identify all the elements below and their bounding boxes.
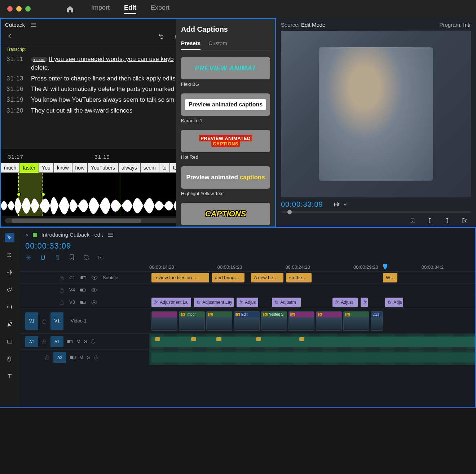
subtitle-clip[interactable]: review the files on … — [151, 273, 209, 282]
razor-tool[interactable] — [5, 285, 14, 294]
pen-tool[interactable] — [5, 320, 14, 329]
maximize-window-button[interactable] — [25, 6, 31, 12]
tab-edit[interactable]: Edit — [124, 4, 136, 14]
word-cell[interactable]: to — [159, 163, 170, 173]
video-clip[interactable]: fx — [288, 311, 314, 331]
subtitle-clip[interactable]: W… — [383, 273, 397, 282]
subtitle-clip[interactable]: and bring… — [212, 273, 244, 282]
adjustment-clip[interactable]: fxAdjustm — [272, 298, 301, 307]
word-cell[interactable]: YouTubers — [88, 163, 118, 173]
mic-icon[interactable] — [91, 339, 95, 344]
video-clip[interactable]: fx — [206, 311, 232, 331]
zoom-fit-select[interactable]: Fit — [334, 202, 348, 207]
solo-label[interactable]: S — [87, 355, 90, 360]
rectangle-tool[interactable] — [5, 337, 14, 346]
ripple-edit-tool[interactable] — [5, 268, 14, 277]
eye-icon[interactable] — [91, 300, 97, 304]
subtitle-clip[interactable]: so the… — [286, 273, 312, 282]
tab-export[interactable]: Export — [151, 4, 169, 14]
undo-icon[interactable] — [158, 33, 164, 39]
sequence-tab[interactable]: × Introducing Cutback - edit — [19, 228, 475, 241]
eye-icon[interactable] — [91, 288, 97, 292]
video-clip[interactable]: fx — [316, 311, 342, 331]
marker-icon[interactable] — [410, 218, 415, 224]
eye-icon[interactable] — [91, 276, 98, 280]
tab-import[interactable]: Import — [91, 4, 110, 14]
target-track-v1[interactable]: V1 — [50, 312, 63, 330]
time-ruler[interactable]: 00:00:14:23 00:00:19:23 00:00:24:23 00:0… — [19, 264, 475, 271]
playhead-indicator[interactable] — [383, 264, 387, 270]
adjustment-clip[interactable]: fxAdjust — [332, 298, 358, 307]
word-cell-selected[interactable]: faster — [19, 163, 39, 173]
source-patch-icon[interactable] — [80, 300, 86, 304]
word-cell[interactable]: You — [39, 163, 54, 173]
settings-icon[interactable] — [83, 254, 89, 261]
slip-tool[interactable] — [5, 302, 14, 312]
lock-icon[interactable] — [45, 355, 50, 360]
video-clip[interactable]: fx — [343, 311, 369, 331]
snap-icon[interactable] — [40, 254, 46, 261]
preset-captions[interactable]: CAPTIONS — [181, 203, 270, 225]
word-cell[interactable]: always — [118, 163, 140, 173]
audio-clip[interactable] — [151, 337, 475, 347]
source-patch-icon[interactable] — [67, 339, 73, 344]
close-window-button[interactable] — [7, 6, 13, 12]
captions-icon[interactable] — [97, 254, 104, 261]
adjustment-clip[interactable]: fxAdjustment Lay — [194, 298, 234, 307]
back-icon[interactable] — [6, 33, 13, 39]
target-track-a2[interactable]: A2 — [53, 352, 66, 363]
video-clip[interactable]: fxImpor — [179, 311, 205, 331]
video-clip[interactable] — [151, 311, 177, 331]
type-tool[interactable] — [5, 372, 14, 381]
lock-icon[interactable] — [59, 300, 64, 305]
preview-scrubber[interactable] — [281, 211, 471, 213]
timeline-timecode[interactable]: 00:00:33:09 — [25, 241, 71, 251]
video-clip[interactable]: fxEdit — [234, 311, 260, 331]
lock-icon[interactable] — [42, 319, 47, 324]
preset-karaoke[interactable]: Preview animated captions Karaoke 1 — [181, 93, 270, 123]
source-patch-icon[interactable] — [80, 276, 86, 280]
linked-selection-icon[interactable] — [54, 254, 61, 261]
preset-hotred[interactable]: PREVIEW ANIMATED CAPTIONS Hot Red — [181, 130, 270, 160]
nest-icon[interactable] — [25, 254, 32, 261]
lock-icon[interactable] — [59, 275, 64, 280]
word-cell[interactable]: much — [1, 163, 19, 173]
word-cell[interactable]: how — [72, 163, 88, 173]
adjustment-clip[interactable]: fxAdjustment La — [151, 298, 191, 307]
adjustment-clip[interactable]: fx — [361, 298, 368, 307]
out-bracket-icon[interactable] — [444, 218, 450, 224]
home-icon[interactable] — [66, 5, 74, 13]
adjustment-clip[interactable]: fxAdju — [385, 298, 403, 307]
source-patch-icon[interactable] — [70, 355, 76, 360]
selection-handle[interactable] — [17, 192, 21, 197]
tab-presets[interactable]: Presets — [181, 40, 200, 50]
panel-menu-icon[interactable] — [31, 22, 36, 27]
lock-icon[interactable] — [42, 339, 47, 344]
video-clip[interactable]: C13 — [371, 311, 383, 331]
close-icon[interactable]: × — [25, 232, 28, 238]
word-cell[interactable]: know — [54, 163, 72, 173]
video-clip[interactable]: fxNested S — [261, 311, 287, 331]
target-track-a1[interactable]: A1 — [50, 336, 63, 347]
source-patch-a1[interactable]: A1 — [25, 336, 38, 347]
tab-custom[interactable]: Custom — [208, 40, 227, 50]
selection-tool[interactable] — [5, 233, 14, 242]
panel-menu-icon[interactable] — [107, 233, 113, 237]
source-patch-v1[interactable]: V1 — [25, 312, 38, 330]
audio-clip[interactable] — [151, 352, 475, 363]
minimize-window-button[interactable] — [16, 6, 22, 12]
source-patch-icon[interactable] — [80, 288, 86, 292]
subtitle-clip[interactable]: A new he… — [251, 273, 283, 282]
selection-handle[interactable] — [41, 192, 45, 197]
adjustment-clip[interactable]: fxAdjus — [237, 298, 258, 307]
marker-icon[interactable] — [69, 254, 75, 261]
solo-label[interactable]: S — [84, 339, 87, 344]
mute-label[interactable]: M — [76, 339, 80, 344]
preset-flexi[interactable]: PREVIEW ANIMAT Flexi BG — [181, 57, 270, 87]
mute-label[interactable]: M — [79, 355, 83, 360]
in-bracket-icon[interactable] — [427, 218, 433, 224]
program-preview[interactable] — [281, 31, 471, 197]
lock-icon[interactable] — [59, 288, 64, 293]
mic-icon[interactable] — [94, 355, 98, 360]
go-to-in-icon[interactable] — [462, 218, 467, 224]
